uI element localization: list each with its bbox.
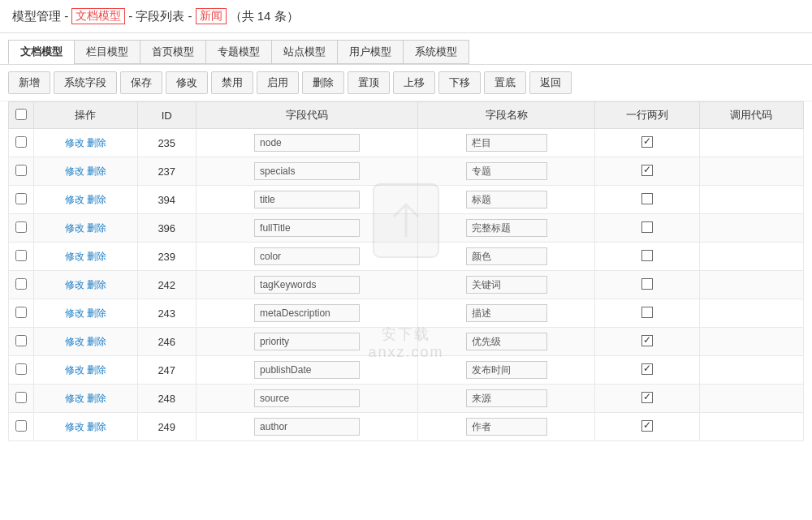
btn-disable[interactable]: 禁用 [211,71,253,94]
tab-site[interactable]: 站点模型 [271,40,337,64]
name-input[interactable] [466,361,547,379]
th-name: 字段名称 [418,102,595,129]
delete-link[interactable]: 删除 [87,165,106,177]
row-checkbox[interactable] [15,250,27,261]
name-input[interactable] [466,333,547,350]
table-row: 修改 删除249 [9,413,804,441]
tab-col[interactable]: 栏目模型 [74,40,140,64]
delete-link[interactable]: 删除 [87,137,106,148]
btn-delete[interactable]: 删除 [302,71,344,94]
edit-link[interactable]: 修改 [65,307,84,319]
code-input[interactable] [254,191,360,208]
row-checkbox[interactable] [15,278,27,290]
code-input[interactable] [254,418,360,436]
edit-link[interactable]: 修改 [65,165,84,177]
row-checkbox[interactable] [15,392,27,403]
code-input[interactable] [254,361,360,379]
code-input[interactable] [254,247,360,265]
btn-bottom[interactable]: 置底 [484,71,526,94]
edit-link[interactable]: 修改 [65,336,84,347]
delete-link[interactable]: 删除 [87,393,106,404]
name-input[interactable] [466,276,547,294]
code-input[interactable] [254,219,360,237]
select-all-checkbox[interactable] [15,109,27,120]
row-callcode [699,356,803,385]
tab-sys[interactable]: 系统模型 [403,40,469,64]
row-checkbox[interactable] [15,221,27,233]
code-input[interactable] [254,162,360,180]
edit-link[interactable]: 修改 [65,421,84,432]
twocol-checked-icon [641,392,653,403]
twocol-unchecked-icon [641,193,653,204]
delete-link[interactable]: 删除 [87,251,106,262]
row-checkbox[interactable] [15,165,27,176]
twocol-checked-icon [641,420,653,432]
table-row: 修改 删除239 [9,243,804,271]
toolbar: 新增 系统字段 保存 修改 禁用 启用 删除 置顶 上移 下移 置底 返回 [0,65,812,101]
btn-down[interactable]: 下移 [438,71,481,94]
name-input[interactable] [466,304,547,322]
delete-link[interactable]: 删除 [87,336,106,347]
btn-enable[interactable]: 启用 [257,71,299,94]
row-checkbox[interactable] [15,363,27,375]
btn-sys-fields[interactable]: 系统字段 [54,71,117,94]
code-input[interactable] [254,276,360,294]
row-name [418,186,595,214]
name-input[interactable] [466,418,547,436]
edit-link[interactable]: 修改 [65,137,84,148]
row-checkbox[interactable] [15,420,27,432]
row-id: 247 [137,356,196,385]
row-checkbox[interactable] [15,136,27,148]
twocol-unchecked-icon [641,307,653,318]
btn-add[interactable]: 新增 [8,71,50,94]
name-input[interactable] [466,389,547,407]
row-callcode [699,299,803,328]
name-input[interactable] [466,134,547,152]
btn-save[interactable]: 保存 [120,71,162,94]
row-twocol [595,214,699,243]
delete-link[interactable]: 删除 [87,364,106,376]
row-callcode [699,385,803,413]
tab-home[interactable]: 首页模型 [140,40,205,64]
edit-link[interactable]: 修改 [65,393,84,404]
code-input[interactable] [254,134,360,152]
row-checkbox[interactable] [15,335,27,346]
row-checkbox-cell [9,157,34,186]
btn-back[interactable]: 返回 [529,71,572,94]
table-row: 修改 删除394 [9,186,804,214]
table-row: 修改 删除247 [9,356,804,385]
twocol-unchecked-icon [641,221,653,233]
btn-up[interactable]: 上移 [393,71,435,94]
delete-link[interactable]: 删除 [87,279,106,290]
edit-link[interactable]: 修改 [65,279,84,290]
row-actions: 修改 删除 [34,243,138,271]
delete-link[interactable]: 删除 [87,307,106,319]
btn-edit[interactable]: 修改 [166,71,208,94]
name-input[interactable] [466,219,547,237]
btn-top[interactable]: 置顶 [348,71,390,94]
name-input[interactable] [466,247,547,265]
code-input[interactable] [254,304,360,322]
row-name [418,356,595,385]
edit-link[interactable]: 修改 [65,194,84,205]
delete-link[interactable]: 删除 [87,222,106,234]
table-row: 修改 删除246 [9,328,804,356]
code-input[interactable] [254,389,360,407]
edit-link[interactable]: 修改 [65,364,84,376]
table-container: 操作 ID 字段代码 字段名称 一行两列 调用代码 修改 删除235修改 删除2… [0,101,812,441]
row-callcode [699,271,803,299]
delete-link[interactable]: 删除 [87,194,106,205]
edit-link[interactable]: 修改 [65,222,84,234]
name-input[interactable] [466,162,547,180]
row-checkbox[interactable] [15,193,27,204]
code-input[interactable] [254,333,360,350]
delete-link[interactable]: 删除 [87,421,106,432]
tab-doc[interactable]: 文档模型 [8,40,74,64]
tab-user[interactable]: 用户模型 [337,40,403,64]
name-input[interactable] [466,191,547,208]
row-checkbox[interactable] [15,307,27,318]
edit-link[interactable]: 修改 [65,251,84,262]
row-id: 239 [137,243,196,271]
row-callcode [699,413,803,441]
tab-special[interactable]: 专题模型 [205,40,271,64]
